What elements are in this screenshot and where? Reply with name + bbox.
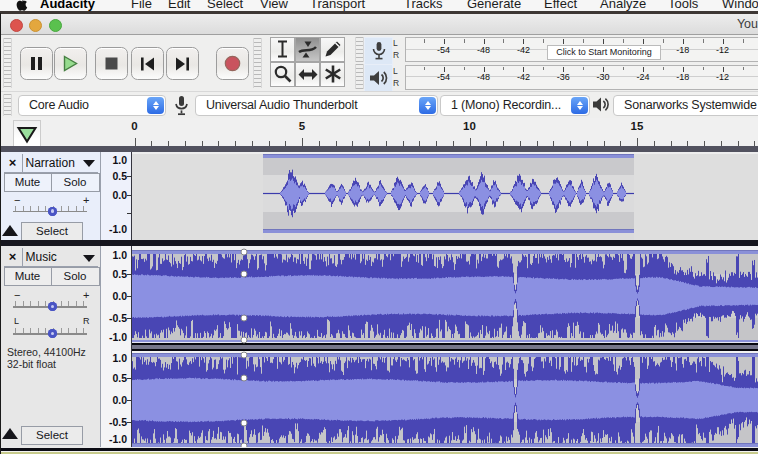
music-track-name[interactable]: Music [26, 248, 57, 266]
stop-button[interactable] [95, 47, 128, 80]
menu-item-analyze[interactable]: Analyze [600, 0, 646, 11]
play-pin-box[interactable] [13, 120, 41, 148]
device-toolbar-grip[interactable] [3, 94, 12, 116]
menu-item-tools[interactable]: Tools [668, 0, 698, 11]
audio-host-dropdown[interactable]: Core Audio [18, 95, 166, 116]
music-waveform-area[interactable] [132, 246, 758, 447]
amplitude-label: 0.5 [112, 372, 127, 384]
meter-tick [743, 67, 744, 71]
menu-item-window[interactable]: Window [722, 0, 758, 11]
selection-tool[interactable] [270, 37, 295, 63]
music-pan-thumb[interactable] [48, 329, 57, 338]
narration-collapse-button[interactable] [2, 225, 18, 236]
music-track-menu-icon[interactable] [83, 255, 95, 262]
multi-tool[interactable] [320, 62, 345, 88]
play-meter-speaker-icon[interactable] [364, 64, 393, 92]
menu-item-audacity[interactable]: Audacity [40, 0, 95, 11]
menu-item-effect[interactable]: Effect [544, 0, 577, 11]
music-collapse-button[interactable] [2, 428, 18, 439]
recording-channels-dropdown[interactable]: 1 (Mono) Recordin... [440, 95, 590, 116]
narration-solo-button[interactable]: Solo [51, 173, 100, 192]
zoom-window-button[interactable] [49, 19, 62, 32]
menu-item-generate[interactable]: Generate [467, 0, 521, 11]
chevron-down-icon [577, 106, 583, 110]
envelope-line-bottom[interactable] [263, 229, 634, 233]
meter-tick [464, 67, 465, 71]
music-track-panel[interactable]: × Music Mute Solo − + L R Stereo, 44100H… [1, 246, 100, 447]
apple-menu-icon[interactable] [16, 0, 28, 11]
monitoring-tooltip[interactable]: Click to Start Monitoring [547, 45, 661, 60]
timeshift-tool[interactable] [295, 62, 320, 88]
record-button[interactable] [216, 47, 249, 80]
timeline-ruler[interactable]: 051015 [0, 118, 758, 146]
meter-tick [424, 67, 425, 71]
close-window-button[interactable] [10, 19, 23, 32]
music-vertical-ruler[interactable]: 1.00.50.0-0.5-1.01.00.50.0-0.5-1.0 [101, 246, 131, 447]
envelope-control-point[interactable] [241, 442, 248, 447]
narration-clip[interactable] [263, 154, 634, 240]
menu-item-tracks[interactable]: Tracks [404, 0, 443, 11]
transport-toolbar-grip[interactable] [3, 38, 12, 88]
play-button[interactable] [54, 47, 87, 80]
narration-waveform[interactable] [263, 158, 634, 229]
narration-mute-button[interactable]: Mute [4, 173, 52, 192]
envelope-control-point[interactable] [241, 352, 248, 359]
envelope-control-point[interactable] [241, 270, 248, 277]
narration-select-button[interactable]: Select [21, 222, 83, 241]
menu-item-edit[interactable]: Edit [168, 0, 190, 11]
music-waveform-channel[interactable] [132, 254, 758, 338]
skip-end-button[interactable] [166, 47, 199, 80]
envelope-control-point[interactable] [241, 314, 248, 321]
record-meter-mic-icon[interactable] [364, 37, 393, 65]
draw-tool[interactable] [320, 37, 345, 63]
meter-tick [583, 39, 584, 43]
narration-vertical-ruler[interactable]: 1.00.50.0-1.0 [101, 152, 131, 241]
narration-track-panel[interactable]: × Narration Mute Solo − + Select [1, 152, 100, 241]
narration-waveform-area[interactable] [132, 152, 758, 241]
playback-device-dropdown[interactable]: Sonarworks Systemwide [613, 95, 758, 116]
audio-host-spinner-icon[interactable] [147, 97, 164, 115]
envelope-control-point[interactable] [241, 419, 248, 426]
menu-item-file[interactable]: File [131, 0, 152, 11]
narration-track-name[interactable]: Narration [26, 154, 75, 172]
envelope-control-point[interactable] [241, 248, 248, 255]
music-close-button[interactable]: × [4, 248, 23, 266]
music-solo-button[interactable]: Solo [51, 267, 100, 286]
recording-device-spinner-icon[interactable] [419, 97, 436, 115]
amplitude-label: 0.5 [112, 268, 127, 280]
music-waveform-channel[interactable] [132, 357, 758, 443]
envelope-control-point[interactable] [241, 336, 248, 343]
zoom-tool[interactable] [270, 62, 295, 88]
tools-toolbar-grip[interactable] [253, 38, 262, 88]
record-meter-right-label: R [393, 50, 403, 60]
meter-tick [543, 67, 544, 71]
title-bar[interactable]: You [0, 14, 758, 35]
meter-tick [523, 39, 524, 44]
menu-item-view[interactable]: View [260, 0, 288, 11]
pause-button[interactable] [20, 47, 53, 80]
device-toolbar: Core Audio Universal Audio Thunderbolt 1… [0, 91, 758, 120]
meter-tick [603, 39, 604, 44]
music-gain-thumb[interactable] [48, 302, 57, 311]
playback-meter-scale-label: -18 [676, 72, 689, 82]
minimize-window-button[interactable] [29, 19, 42, 32]
meter-tick [543, 39, 544, 43]
envelope-tool[interactable] [295, 37, 320, 63]
recording-meter-grip[interactable] [355, 37, 364, 62]
playback-meter-grip[interactable] [355, 64, 364, 89]
recording-device-dropdown[interactable]: Universal Audio Thunderbolt [195, 95, 438, 116]
skip-start-button[interactable] [131, 47, 164, 80]
envelope-control-point[interactable] [241, 374, 248, 381]
audacity-window: AudacityFileEditSelectViewTransportTrack… [0, 0, 758, 454]
narration-close-button[interactable]: × [4, 154, 23, 172]
recording-channels-spinner-icon[interactable] [571, 97, 588, 115]
narration-gain-thumb[interactable] [48, 207, 57, 216]
recording-device-value: Universal Audio Thunderbolt [206, 96, 357, 115]
music-select-button[interactable]: Select [21, 426, 83, 445]
narration-track-menu-icon[interactable] [83, 160, 95, 167]
music-mute-button[interactable]: Mute [4, 267, 52, 286]
menu-item-transport[interactable]: Transport [310, 0, 365, 11]
menu-item-select[interactable]: Select [207, 0, 243, 11]
playback-meter[interactable]: -54-48-42-36-30-24-18-12 [405, 65, 758, 90]
audio-host-value: Core Audio [29, 96, 89, 115]
